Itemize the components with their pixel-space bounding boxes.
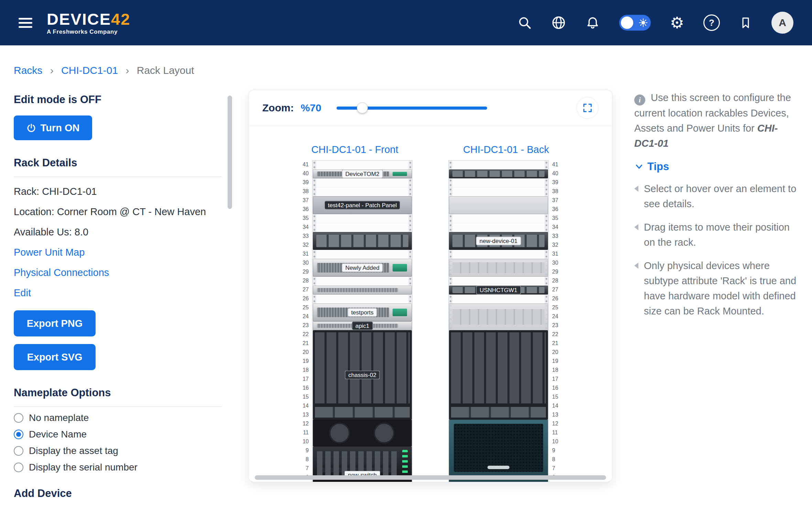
physical-connections-link[interactable]: Physical Connections xyxy=(14,267,227,278)
unit-number: 20 xyxy=(297,348,312,357)
rack-device-test42-panel - Patch Panel[interactable]: test42-panel - Patch Panel xyxy=(313,196,412,214)
power-unit-map-link[interactable]: Power Unit Map xyxy=(14,247,227,258)
radio-button[interactable] xyxy=(14,430,23,439)
tip-text: Select or hover over an element to see d… xyxy=(644,181,797,211)
bookmark-icon[interactable] xyxy=(739,16,752,30)
rack-body: new-device-01USNHCTGW1 xyxy=(448,160,549,482)
unit-number: 41 xyxy=(297,160,312,169)
device-nameplate: new-device-01 xyxy=(476,237,521,245)
unit-number: 31 xyxy=(549,250,564,258)
unit-number: 27 xyxy=(297,285,312,294)
divider xyxy=(14,407,222,407)
top-navbar: DEVICE42 A Freshworks Company ⚙ ? xyxy=(0,0,812,45)
zoom-value: %70 xyxy=(301,102,321,114)
help-icon[interactable]: ? xyxy=(703,14,720,31)
export-png-button[interactable]: Export PNG xyxy=(14,310,96,336)
divider xyxy=(14,177,222,177)
rack-device[interactable] xyxy=(449,420,548,482)
info-text: iUse this screen to configure the curren… xyxy=(634,90,797,151)
device-nameplate: chassis-02 xyxy=(345,371,380,379)
breadcrumb-rack-name[interactable]: CHI-DC1-01 xyxy=(61,65,118,76)
unit-number: 32 xyxy=(297,241,312,250)
radio-label: Display the serial number xyxy=(29,462,138,473)
rack-device-Newly Added[interactable]: Newly Added xyxy=(313,259,412,277)
zoom-slider[interactable] xyxy=(337,107,487,110)
add-device-heading: Add Device xyxy=(14,487,227,500)
breadcrumb-racks[interactable]: Racks xyxy=(14,65,42,76)
rack-device-new-device-01[interactable]: new-device-01 xyxy=(449,232,548,250)
user-avatar[interactable]: A xyxy=(771,12,793,34)
nameplate-option-serial-number[interactable]: Display the serial number xyxy=(14,462,227,473)
settings-gear-icon[interactable]: ⚙ xyxy=(670,15,684,31)
rack-card-header: Zoom: %70 xyxy=(249,90,612,126)
notifications-bell-icon[interactable] xyxy=(585,15,600,30)
device-nameplate: USNHCTGW1 xyxy=(476,286,521,295)
rack-device[interactable] xyxy=(313,420,412,446)
radio-button[interactable] xyxy=(14,463,23,472)
rack-device-USNHCTGW1[interactable]: USNHCTGW1 xyxy=(449,286,548,295)
turn-on-button[interactable]: Turn ON xyxy=(14,115,92,140)
unit-number: 40 xyxy=(549,169,564,178)
unit-number: 20 xyxy=(549,348,564,357)
device-nameplate: Newly Added xyxy=(342,264,383,272)
rack-device[interactable] xyxy=(313,232,412,250)
left-sidebar: Edit mode is OFF Turn ON Rack Details Ra… xyxy=(14,93,227,500)
tip-item: Only physical devices where subtype attr… xyxy=(634,258,797,319)
unit-number: 27 xyxy=(549,285,564,294)
unit-number: 33 xyxy=(297,232,312,241)
edit-link[interactable]: Edit xyxy=(14,287,227,299)
radio-button[interactable] xyxy=(14,446,23,456)
fullscreen-button[interactable] xyxy=(577,97,599,119)
zoom-slider-knob[interactable] xyxy=(357,102,368,113)
unit-number: 13 xyxy=(549,410,564,419)
rack-device-apic1[interactable]: apic1 xyxy=(313,321,412,330)
sidebar-scrollbar[interactable] xyxy=(228,96,232,209)
horizontal-scrollbar[interactable] xyxy=(255,475,606,480)
breadcrumb-separator: › xyxy=(125,65,129,76)
radio-button[interactable] xyxy=(14,413,23,423)
rack-device[interactable] xyxy=(449,196,548,214)
right-panel: iUse this screen to configure the curren… xyxy=(634,90,797,319)
brand-subtitle: A Freshworks Company xyxy=(47,29,130,35)
unit-number: 34 xyxy=(297,223,312,232)
rack-layout-card: Zoom: %70 CHI-DC1-01 - Front 41403938373… xyxy=(248,90,613,482)
tip-item: Select or hover over an element to see d… xyxy=(634,181,797,211)
rack-device[interactable] xyxy=(313,286,412,295)
rack-device[interactable] xyxy=(449,330,548,420)
rack-available-us-detail: Available Us: 8.0 xyxy=(14,226,227,238)
nameplate-option-device-name[interactable]: Device Name xyxy=(14,429,227,440)
breadcrumb-current: Rack Layout xyxy=(137,65,194,76)
nameplate-option-asset-tag[interactable]: Display the asset tag xyxy=(14,445,227,456)
search-icon[interactable] xyxy=(517,15,532,30)
sun-icon xyxy=(638,18,648,29)
rack-device-DeviceTOM2[interactable]: DeviceTOM2 xyxy=(313,169,412,178)
brand-logo[interactable]: DEVICE42 A Freshworks Company xyxy=(47,11,130,35)
export-svg-button[interactable]: Export SVG xyxy=(14,344,96,370)
unit-number: 38 xyxy=(549,187,564,196)
unit-number: 14 xyxy=(297,401,312,410)
tips-toggle[interactable]: Tips xyxy=(634,160,797,173)
turn-on-label: Turn ON xyxy=(41,122,80,134)
rack-device-chassis-02[interactable]: chassis-02 xyxy=(313,330,412,420)
unit-number: 7 xyxy=(549,464,564,473)
unit-number: 40 xyxy=(297,169,312,178)
rack-device-testports[interactable]: testports xyxy=(313,303,412,321)
rack-device[interactable] xyxy=(449,303,548,330)
nameplate-option-none[interactable]: No nameplate xyxy=(14,412,227,423)
menu-icon[interactable] xyxy=(19,18,32,28)
unit-number: 32 xyxy=(549,241,564,250)
unit-number: 25 xyxy=(297,303,312,312)
unit-number: 29 xyxy=(297,267,312,276)
globe-icon[interactable] xyxy=(551,15,566,30)
unit-number: 15 xyxy=(297,392,312,401)
unit-number: 18 xyxy=(297,366,312,375)
unit-number-column: 4140393837363534333231302928272625242322… xyxy=(549,160,564,482)
rack-device[interactable] xyxy=(449,169,548,178)
tip-bullet-icon xyxy=(634,186,638,192)
rack-device[interactable] xyxy=(449,259,548,277)
theme-toggle[interactable] xyxy=(619,15,651,31)
unit-number: 9 xyxy=(549,446,564,455)
unit-number: 10 xyxy=(549,437,564,446)
unit-number: 12 xyxy=(297,419,312,428)
brand-accent: 42 xyxy=(111,10,130,28)
